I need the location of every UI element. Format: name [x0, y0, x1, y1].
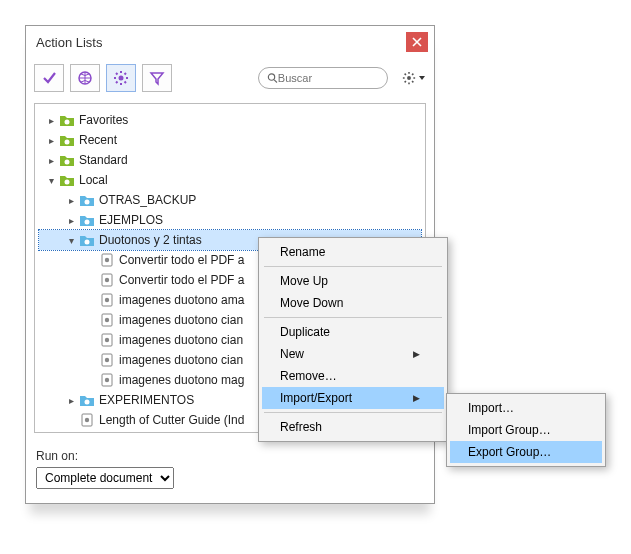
document-gear-icon	[100, 273, 114, 287]
svg-point-22	[105, 358, 109, 362]
svg-point-10	[85, 239, 90, 244]
gear-icon	[113, 70, 129, 86]
chevron-down-icon	[418, 74, 426, 82]
chevron-right-icon: ▸	[45, 115, 57, 126]
svg-point-3	[407, 76, 411, 80]
menu-move-down[interactable]: Move Down	[262, 292, 444, 314]
svg-point-9	[85, 219, 90, 224]
tree-label: imagenes duotono cian	[119, 353, 243, 367]
svg-point-12	[105, 258, 109, 262]
window-title: Action Lists	[36, 35, 102, 50]
search-box[interactable]	[258, 67, 388, 89]
context-menu: Rename Move Up Move Down Duplicate New▶ …	[258, 237, 448, 442]
search-input[interactable]	[278, 72, 379, 84]
action-lists-window: Action Lists ▸ Favorites	[25, 25, 435, 504]
menu-rename[interactable]: Rename	[262, 241, 444, 263]
document-gear-icon	[100, 293, 114, 307]
tree-label: Recent	[79, 133, 117, 147]
folder-blue-icon	[79, 234, 95, 247]
svg-point-5	[65, 139, 70, 144]
filter-button[interactable]	[142, 64, 172, 92]
tree-label: EXPERIMENTOS	[99, 393, 194, 407]
check-button[interactable]	[34, 64, 64, 92]
globe-button[interactable]	[70, 64, 100, 92]
chevron-right-icon: ▶	[413, 393, 420, 403]
submenu-import-group[interactable]: Import Group…	[450, 419, 602, 441]
menu-import-export[interactable]: Import/Export▶	[262, 387, 444, 409]
submenu-import[interactable]: Import…	[450, 397, 602, 419]
menu-remove[interactable]: Remove…	[262, 365, 444, 387]
folder-green-icon	[59, 174, 75, 187]
tree-item-standard[interactable]: ▸ Standard	[39, 150, 421, 170]
svg-point-14	[105, 278, 109, 282]
menu-separator	[264, 266, 442, 267]
document-gear-icon	[100, 373, 114, 387]
svg-point-25	[85, 399, 90, 404]
folder-green-icon	[59, 134, 75, 147]
chevron-right-icon: ▸	[65, 395, 77, 406]
svg-point-8	[85, 199, 90, 204]
import-export-submenu: Import… Import Group… Export Group…	[446, 393, 606, 467]
submenu-export-group[interactable]: Export Group…	[450, 441, 602, 463]
toolbar	[26, 58, 434, 99]
tree-label: imagenes duotono cian	[119, 313, 243, 327]
menu-new[interactable]: New▶	[262, 343, 444, 365]
svg-point-7	[65, 179, 70, 184]
run-on-label: Run on:	[36, 449, 424, 463]
chevron-right-icon: ▸	[45, 135, 57, 146]
document-gear-icon	[100, 313, 114, 327]
tree-label: Length of Cutter Guide (Ind	[99, 413, 244, 427]
filter-icon	[149, 70, 165, 86]
folder-blue-icon	[79, 214, 95, 227]
document-gear-icon	[100, 333, 114, 347]
tree-label: EJEMPLOS	[99, 213, 163, 227]
document-gear-icon	[100, 353, 114, 367]
tree-item-ejemplos[interactable]: ▸ EJEMPLOS	[39, 210, 421, 230]
chevron-right-icon: ▶	[413, 349, 420, 359]
tree-label: imagenes duotono cian	[119, 333, 243, 347]
close-icon	[412, 37, 422, 47]
folder-blue-icon	[79, 394, 95, 407]
menu-separator	[264, 412, 442, 413]
tree-label: Favorites	[79, 113, 128, 127]
tree-label: Convertir todo el PDF a	[119, 253, 244, 267]
tree-label: imagenes duotono mag	[119, 373, 244, 387]
chevron-right-icon: ▸	[65, 195, 77, 206]
tree-item-recent[interactable]: ▸ Recent	[39, 130, 421, 150]
svg-point-2	[268, 74, 274, 80]
svg-point-16	[105, 298, 109, 302]
svg-point-6	[65, 159, 70, 164]
svg-point-27	[85, 418, 89, 422]
chevron-right-icon: ▸	[45, 155, 57, 166]
svg-point-1	[119, 76, 124, 81]
menu-refresh[interactable]: Refresh	[262, 416, 444, 438]
menu-separator	[264, 317, 442, 318]
tree-label: Local	[79, 173, 108, 187]
close-button[interactable]	[406, 32, 428, 52]
gear-button[interactable]	[106, 64, 136, 92]
tree-item-otras-backup[interactable]: ▸ OTRAS_BACKUP	[39, 190, 421, 210]
svg-point-24	[105, 378, 109, 382]
tree-label: imagenes duotono ama	[119, 293, 244, 307]
run-on-section: Run on: Complete document	[26, 441, 434, 503]
run-on-select[interactable]: Complete document	[36, 467, 174, 489]
folder-blue-icon	[79, 194, 95, 207]
tree-label: OTRAS_BACKUP	[99, 193, 196, 207]
menu-move-up[interactable]: Move Up	[262, 270, 444, 292]
chevron-right-icon: ▸	[65, 215, 77, 226]
svg-point-4	[65, 119, 70, 124]
chevron-down-icon: ▾	[45, 175, 57, 186]
search-icon	[267, 72, 278, 84]
menu-duplicate[interactable]: Duplicate	[262, 321, 444, 343]
gear-small-icon	[402, 71, 416, 85]
tree-label: Standard	[79, 153, 128, 167]
globe-icon	[77, 70, 93, 86]
svg-point-18	[105, 318, 109, 322]
tree-item-local[interactable]: ▾ Local	[39, 170, 421, 190]
tree-item-favorites[interactable]: ▸ Favorites	[39, 110, 421, 130]
folder-green-icon	[59, 154, 75, 167]
settings-menu-button[interactable]	[402, 71, 426, 85]
svg-point-20	[105, 338, 109, 342]
titlebar: Action Lists	[26, 26, 434, 58]
document-gear-icon	[80, 413, 94, 427]
